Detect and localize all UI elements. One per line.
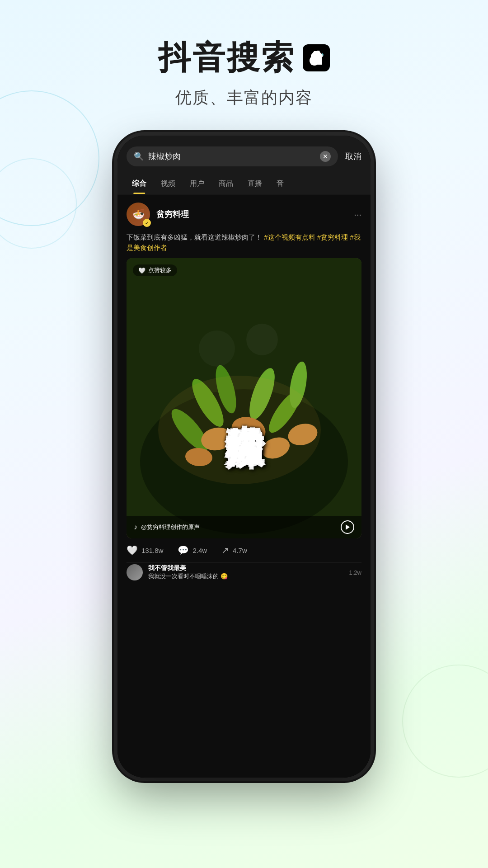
search-input-wrapper[interactable]: 🔍 辣椒炒肉 ✕: [127, 146, 338, 166]
tab-video[interactable]: 视频: [154, 174, 183, 194]
comments-count: 2.4w: [192, 547, 207, 554]
phone-screen: 🔍 辣椒炒肉 ✕ 取消 综合 视频 用户 商品: [117, 136, 371, 778]
play-button[interactable]: [341, 520, 354, 534]
interaction-bar: 🤍 131.8w 💬 2.4w ↗ 4.7w: [117, 538, 371, 562]
header-section: 抖音搜索 优质、丰富的内容: [0, 0, 488, 127]
phone-container: 🔍 辣椒炒肉 ✕ 取消 综合 视频 用户 商品: [117, 136, 371, 778]
commenter-username[interactable]: 我不管我最美: [148, 564, 344, 572]
heart-icon: 🤍: [138, 267, 145, 274]
heart-icon: 🤍: [127, 545, 138, 556]
avatar-emoji: 🍜: [132, 208, 145, 220]
avatar: 🍜 ✓: [127, 203, 150, 226]
audio-text: @贫穷料理创作的原声: [141, 523, 200, 531]
tab-user[interactable]: 用户: [183, 174, 211, 194]
video-likes-badge: 🤍 点赞较多: [133, 264, 177, 276]
post-body-text: 下饭菜到底有多凶猛，就看这道辣椒炒肉了！: [127, 233, 262, 241]
commenter-avatar: [127, 564, 143, 580]
more-options-button[interactable]: ···: [354, 209, 361, 220]
post-username[interactable]: 贫穷料理: [156, 209, 347, 220]
video-thumbnail[interactable]: 勇猛辣椒炒肉 🤍 点赞较多 ♪ @贫穷料理创作的原声: [127, 258, 361, 538]
bg-decoration-circle-3: [402, 665, 488, 778]
share-icon: ↗: [221, 545, 229, 556]
tiktok-small-icon: ♪: [134, 523, 137, 531]
post-user-card: 🍜 ✓ 贫穷料理 ···: [117, 194, 371, 231]
comment-text-col: 我不管我最美 我就没一次看时不咽唾沫的 😋: [148, 564, 344, 580]
video-calligraphy-text: 勇猛辣椒炒肉: [127, 258, 361, 538]
comments-preview: 我不管我最美 我就没一次看时不咽唾沫的 😋 1.2w: [117, 562, 371, 590]
likes-count: 131.8w: [141, 547, 163, 554]
content-area: 🍜 ✓ 贫穷料理 ··· 下饭菜到底有多凶猛，就看这道辣椒炒肉了！ #这个视频有…: [117, 194, 371, 778]
comments-interaction[interactable]: 💬 2.4w: [178, 545, 207, 556]
tiktok-logo-icon: [303, 44, 330, 71]
post-text-content: 下饭菜到底有多凶猛，就看这道辣椒炒肉了！ #这个视频有点料 #贫穷料理 #我是美…: [117, 231, 371, 258]
phone-frame: 🔍 辣椒炒肉 ✕ 取消 综合 视频 用户 商品: [117, 136, 371, 778]
app-title: 抖音搜索: [0, 36, 488, 80]
likes-badge-text: 点赞较多: [148, 266, 172, 274]
audio-info-bar: ♪ @贫穷料理创作的原声: [127, 516, 361, 538]
tab-product[interactable]: 商品: [211, 174, 240, 194]
clear-search-button[interactable]: ✕: [320, 151, 331, 162]
comment-icon: 💬: [178, 545, 189, 556]
verified-badge: ✓: [143, 219, 151, 227]
likes-interaction[interactable]: 🤍 131.8w: [127, 545, 163, 556]
comment-row: 我不管我最美 我就没一次看时不咽唾沫的 😋 1.2w: [127, 564, 361, 580]
tabs-navigation: 综合 视频 用户 商品 直播 音: [117, 174, 371, 194]
search-query-text: 辣椒炒肉: [148, 151, 315, 162]
app-subtitle: 优质、丰富的内容: [0, 87, 488, 109]
comment-body: 我就没一次看时不咽唾沫的 😋: [148, 572, 344, 580]
shares-interaction[interactable]: ↗ 4.7w: [221, 545, 247, 556]
app-title-text: 抖音搜索: [158, 36, 296, 80]
search-icon: 🔍: [134, 151, 144, 161]
tab-comprehensive[interactable]: 综合: [125, 174, 154, 194]
tab-audio[interactable]: 音: [269, 174, 291, 194]
audio-info: ♪ @贫穷料理创作的原声: [134, 523, 200, 531]
comment-likes-count: 1.2w: [349, 569, 361, 576]
shares-count: 4.7w: [233, 547, 247, 554]
cancel-search-button[interactable]: 取消: [345, 151, 361, 162]
search-bar-area: 🔍 辣椒炒肉 ✕ 取消: [117, 136, 371, 174]
tab-live[interactable]: 直播: [240, 174, 269, 194]
